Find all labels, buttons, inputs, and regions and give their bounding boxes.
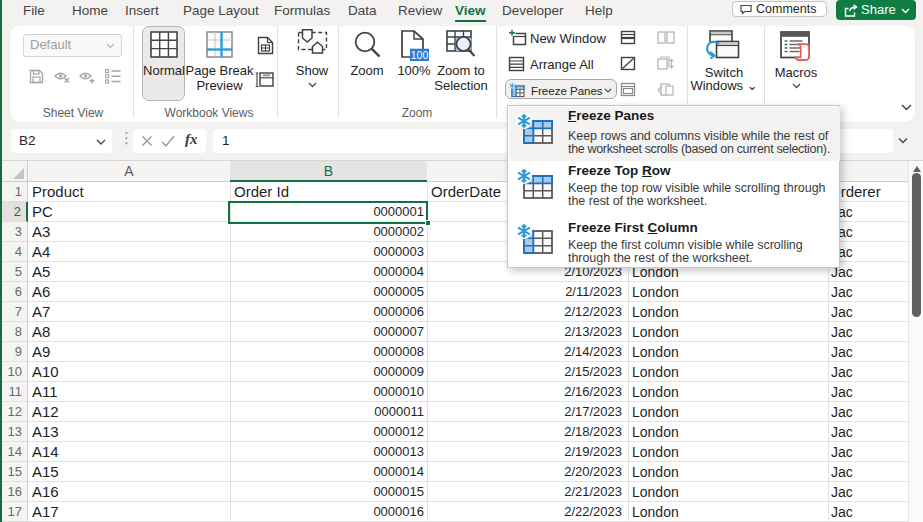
svg-text:100: 100 bbox=[411, 49, 429, 61]
